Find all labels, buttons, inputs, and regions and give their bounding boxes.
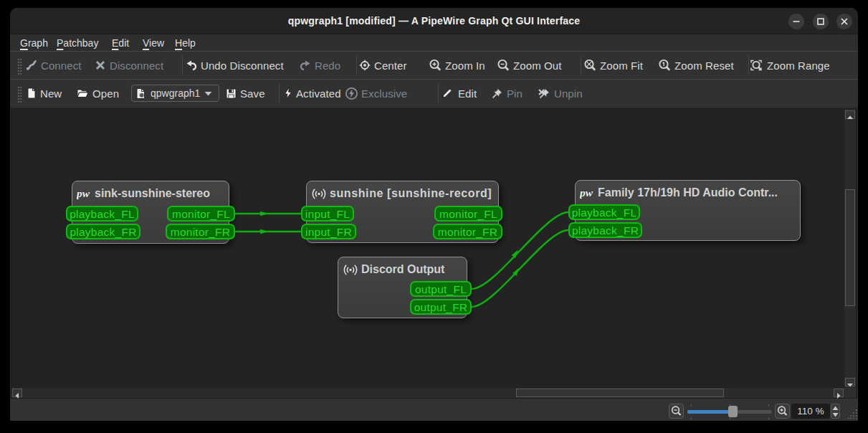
svg-text:pw: pw [77, 189, 90, 199]
svg-text:pw: pw [580, 188, 593, 199]
